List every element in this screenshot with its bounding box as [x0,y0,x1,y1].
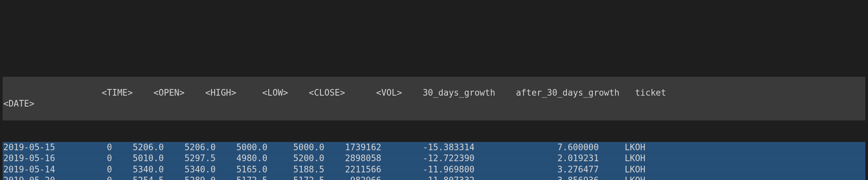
table-row[interactable]: 2019-05-14 0 5340.0 5340.0 5165.0 5188.5… [3,164,865,175]
table-row[interactable]: 2019-05-15 0 5206.0 5206.0 5000.0 5000.0… [3,142,865,153]
table-row[interactable]: 2019-05-16 0 5010.0 5297.5 4980.0 5200.0… [3,153,865,164]
dataframe-output: <TIME> <OPEN> <HIGH> <LOW> <CLOSE> <VOL>… [0,54,868,180]
table-row[interactable]: 2019-05-20 0 5254.5 5289.0 5172.5 5172.5… [3,175,865,180]
header-line-2: <DATE> [3,99,60,109]
table-body: 2019-05-15 0 5206.0 5206.0 5000.0 5000.0… [3,142,865,180]
header-line-1: <TIME> <OPEN> <HIGH> <LOW> <CLOSE> <VOL>… [24,88,666,98]
table-header: <TIME> <OPEN> <HIGH> <LOW> <CLOSE> <VOL>… [3,77,865,120]
